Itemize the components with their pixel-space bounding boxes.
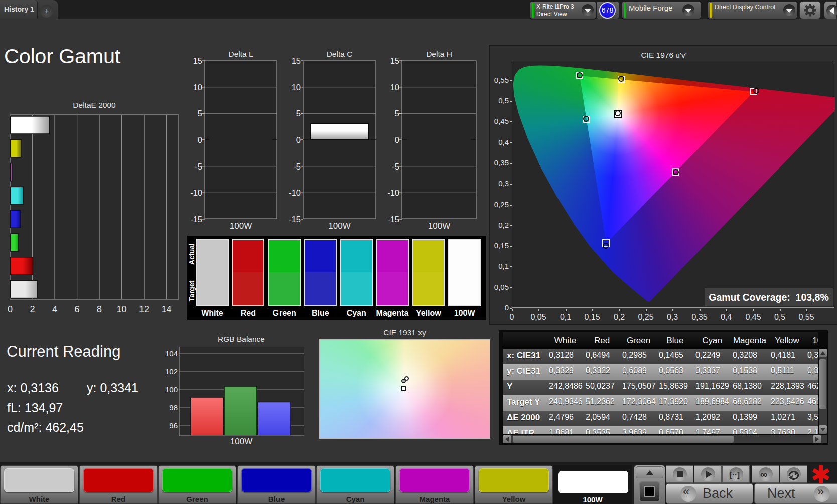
svg-text:10: 10: [193, 83, 202, 92]
svg-text:102: 102: [165, 367, 178, 376]
svg-text:5: 5: [296, 109, 301, 118]
svg-text:100W: 100W: [428, 221, 450, 231]
svg-text:2: 2: [30, 304, 35, 314]
svg-text:Delta L: Delta L: [228, 50, 253, 58]
svg-text:14: 14: [162, 304, 172, 314]
svg-text:12: 12: [139, 304, 149, 314]
svg-text:96: 96: [169, 421, 178, 430]
svg-text:-15: -15: [289, 215, 301, 224]
svg-text:-5: -5: [293, 162, 301, 171]
svg-text:-10: -10: [289, 188, 301, 197]
svg-text:0: 0: [395, 135, 399, 144]
svg-text:5: 5: [395, 109, 399, 118]
svg-text:15: 15: [390, 56, 399, 65]
svg-text:100: 100: [165, 385, 178, 394]
svg-text:RGB Balance: RGB Balance: [218, 334, 265, 343]
svg-text:-15: -15: [387, 215, 399, 224]
svg-text:Delta C: Delta C: [327, 50, 353, 58]
svg-text:100W: 100W: [230, 221, 252, 231]
svg-text:-10: -10: [387, 188, 399, 197]
svg-text:15: 15: [292, 56, 301, 65]
svg-text:15: 15: [193, 56, 202, 65]
svg-text:98: 98: [169, 403, 178, 412]
svg-text:4: 4: [52, 304, 57, 314]
svg-text:0: 0: [8, 304, 13, 314]
svg-text:-5: -5: [392, 162, 399, 171]
svg-text:-15: -15: [190, 215, 202, 224]
svg-text:Delta H: Delta H: [426, 50, 452, 58]
svg-text:104: 104: [165, 349, 178, 358]
svg-text:0: 0: [198, 135, 202, 144]
svg-text:10: 10: [292, 83, 301, 92]
svg-text:5: 5: [198, 109, 202, 118]
svg-text:-10: -10: [190, 188, 202, 197]
svg-text:DeltaE 2000: DeltaE 2000: [73, 101, 116, 109]
svg-text:100W: 100W: [230, 437, 252, 446]
svg-text:8: 8: [97, 304, 102, 314]
svg-text:0: 0: [296, 135, 301, 144]
svg-text:-5: -5: [195, 162, 202, 171]
svg-text:10: 10: [117, 304, 127, 314]
svg-text:100W: 100W: [328, 221, 350, 231]
svg-text:6: 6: [75, 304, 80, 314]
svg-text:10: 10: [390, 83, 399, 92]
